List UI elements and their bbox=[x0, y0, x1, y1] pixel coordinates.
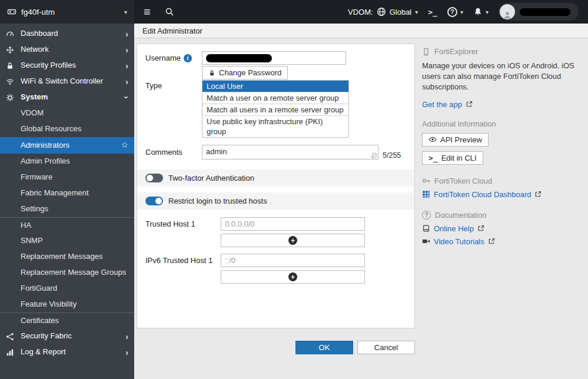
fortitoken-cloud-title: FortiToken Cloud bbox=[434, 177, 492, 185]
api-preview-button[interactable]: API Preview bbox=[422, 133, 489, 147]
username-input[interactable] bbox=[202, 51, 346, 65]
sidebar-item-certificates[interactable]: Certificates bbox=[0, 312, 134, 328]
vdom-selector[interactable]: VDOM: Global ▾ bbox=[348, 7, 418, 16]
form-actions: OK Cancel bbox=[137, 341, 415, 354]
sidebar-item-security-fabric[interactable]: Security Fabric › bbox=[0, 328, 134, 344]
sidebar-item-security-profiles[interactable]: Security Profiles › bbox=[0, 58, 134, 74]
two-factor-toggle[interactable] bbox=[145, 174, 163, 182]
edit-in-cli-button[interactable]: >_ Edit in CLI bbox=[422, 151, 483, 165]
cancel-button[interactable]: Cancel bbox=[357, 341, 415, 354]
api-preview-label: API Preview bbox=[440, 135, 482, 144]
get-the-app-link[interactable]: Get the app bbox=[422, 100, 462, 109]
sidebar-item-admin-profiles[interactable]: Admin Profiles bbox=[0, 154, 134, 169]
sidebar-item-label: Network bbox=[21, 45, 120, 54]
ipv6-trusted-host-input[interactable] bbox=[221, 254, 365, 267]
sub-item-label: Settings bbox=[21, 204, 48, 214]
notifications-menu[interactable]: ▾ bbox=[473, 7, 489, 16]
app-window: fg40f-utm ▾ ≡ VDOM: Global ▾ >_ ? bbox=[0, 0, 588, 379]
topbar-main: ≡ VDOM: Global ▾ >_ ? ▾ bbox=[134, 0, 588, 24]
username-redacted bbox=[520, 8, 570, 16]
help-menu[interactable]: ? ▾ bbox=[447, 7, 463, 17]
sidebar-item-settings[interactable]: Settings bbox=[0, 201, 134, 217]
cli-console-icon[interactable]: >_ bbox=[428, 8, 437, 16]
video-camera-icon bbox=[422, 237, 430, 245]
device-selector[interactable]: fg40f-utm ▾ bbox=[0, 0, 134, 24]
caret-down-icon: ▾ bbox=[460, 9, 463, 15]
sidebar-item-vdom[interactable]: VDOM bbox=[0, 105, 134, 121]
video-tutorials-link[interactable]: Video Tutorials bbox=[434, 237, 484, 246]
sidebar-item-log-report[interactable]: Log & Report › bbox=[0, 344, 134, 360]
sidebar-item-fabric-management[interactable]: Fabric Management bbox=[0, 185, 134, 201]
sidebar-item-system[interactable]: System › bbox=[0, 89, 134, 105]
sidebar-item-feature-visibility[interactable]: Feature Visibility bbox=[0, 297, 134, 312]
edit-administrator-form: Username i bbox=[137, 44, 415, 328]
info-icon[interactable]: i bbox=[184, 54, 192, 62]
ok-button[interactable]: OK bbox=[295, 341, 353, 354]
sidebar-item-replacement-messages[interactable]: Replacement Messages bbox=[0, 249, 134, 265]
topbar-right: VDOM: Global ▾ >_ ? ▾ ▾ bbox=[348, 3, 579, 21]
mobile-phone-icon bbox=[422, 48, 430, 56]
external-link-icon bbox=[488, 238, 495, 245]
user-menu[interactable] bbox=[499, 3, 579, 21]
plus-icon: + bbox=[288, 236, 297, 245]
lock-icon bbox=[6, 62, 15, 70]
fortitoken-cloud-dashboard-link[interactable]: FortiToken Cloud Dashboard bbox=[434, 190, 531, 199]
help-icon: ? bbox=[447, 7, 457, 17]
comments-row: Comments admin 5/255 bbox=[137, 145, 414, 159]
resize-handle[interactable] bbox=[371, 152, 377, 158]
network-icon bbox=[6, 46, 15, 54]
type-option-match-all-users-remote-group[interactable]: Match all users in a remote server group bbox=[202, 104, 348, 115]
menu-icon[interactable]: ≡ bbox=[144, 6, 151, 18]
sidebar-item-fortiguard[interactable]: FortiGuard bbox=[0, 281, 134, 297]
lock-icon bbox=[208, 69, 215, 77]
right-panel: FortiExplorer Manage your devices on iOS… bbox=[421, 44, 582, 250]
sub-item-label: Replacement Messages bbox=[21, 252, 102, 261]
sidebar-item-label: Security Profiles bbox=[21, 61, 120, 70]
sidebar-item-administrators[interactable]: Administrators ☆ bbox=[0, 137, 134, 154]
type-option-local-user[interactable]: Local User bbox=[202, 81, 348, 92]
type-option-pki-group[interactable]: Use public key infrastructure (PKI) grou… bbox=[202, 115, 348, 137]
page-header: Edit Administrator bbox=[134, 24, 588, 38]
sidebar-item-label: Log & Report bbox=[21, 347, 120, 357]
favorite-star-icon[interactable]: ☆ bbox=[121, 140, 128, 151]
sub-item-label: VDOM bbox=[21, 108, 44, 118]
eye-icon bbox=[428, 135, 437, 144]
add-ipv6-trusted-host-button[interactable]: + bbox=[221, 270, 365, 284]
sidebar-item-replacement-message-groups[interactable]: Replacement Message Groups bbox=[0, 265, 134, 281]
sidebar-item-firmware[interactable]: Firmware bbox=[0, 169, 134, 185]
two-factor-row: Two-factor Authentication bbox=[137, 169, 414, 187]
restrict-login-row: Restrict login to trusted hosts bbox=[137, 192, 414, 210]
toggle-knob bbox=[155, 198, 162, 204]
sub-item-label: Firmware bbox=[21, 172, 52, 182]
appliance-icon bbox=[7, 7, 16, 16]
external-link-icon bbox=[477, 225, 484, 232]
video-tutorials-label: Video Tutorials bbox=[434, 237, 484, 246]
chevron-right-icon: › bbox=[125, 332, 128, 341]
chevron-right-icon: › bbox=[125, 348, 128, 357]
sub-item-label: Global Resources bbox=[21, 124, 81, 134]
sidebar-item-global-resources[interactable]: Global Resources bbox=[0, 121, 134, 137]
trusted-host-input[interactable] bbox=[221, 217, 365, 231]
online-help-link[interactable]: Online Help bbox=[434, 224, 474, 233]
sidebar-item-ha[interactable]: HA bbox=[0, 217, 134, 233]
type-option-match-user-remote-group[interactable]: Match a user on a remote server group bbox=[202, 92, 348, 104]
external-link-icon bbox=[534, 191, 542, 198]
security-fabric-icon bbox=[6, 333, 15, 341]
add-trusted-host-button[interactable]: + bbox=[221, 234, 365, 247]
additional-information-title: Additional Information bbox=[422, 119, 496, 128]
sidebar-item-snmp[interactable]: SNMP bbox=[0, 233, 134, 249]
sidebar-item-wifi-switch-controller[interactable]: WiFi & Switch Controller › bbox=[0, 74, 134, 89]
comments-textarea[interactable]: admin bbox=[202, 145, 378, 159]
sidebar-item-label: Dashboard bbox=[21, 29, 120, 38]
change-password-label: Change Password bbox=[219, 68, 281, 77]
sidebar-item-dashboard[interactable]: Dashboard › bbox=[0, 26, 134, 42]
change-password-button[interactable]: Change Password bbox=[202, 66, 288, 79]
sidebar-item-network[interactable]: Network › bbox=[0, 42, 134, 58]
two-factor-label: Two-factor Authentication bbox=[168, 174, 254, 182]
search-icon[interactable] bbox=[165, 7, 174, 16]
restrict-login-toggle[interactable] bbox=[145, 197, 163, 205]
username-label: Username bbox=[145, 54, 181, 62]
type-label: Type bbox=[145, 80, 202, 90]
sub-item-label: FortiGuard bbox=[21, 284, 57, 293]
dashboard-icon bbox=[6, 30, 15, 38]
